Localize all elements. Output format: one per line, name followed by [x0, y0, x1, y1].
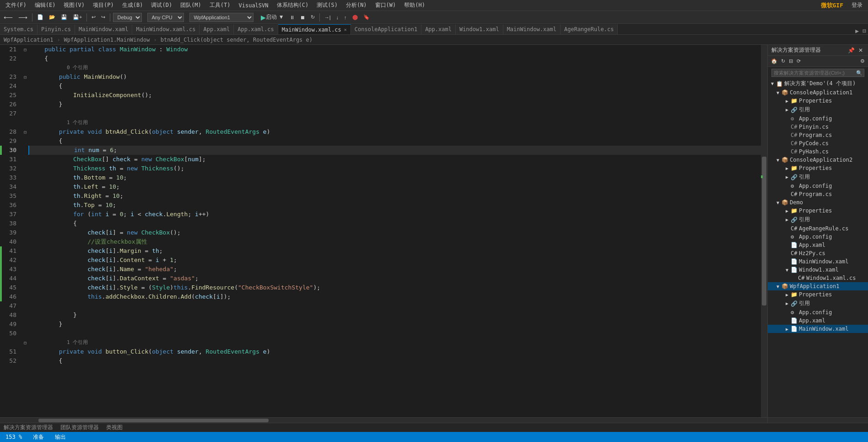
tree-demo-properties[interactable]: ▶ 📁 Properties: [768, 207, 868, 215]
menu-help[interactable]: 帮助(H): [400, 0, 429, 10]
code-line-30[interactable]: int num = 6;: [28, 146, 761, 155]
tab-pinyin-cs[interactable]: Pinyin.cs: [38, 24, 75, 34]
tree-wpf-ref[interactable]: ▶ 🔗 引用: [768, 299, 868, 308]
user-login[interactable]: 登录: [848, 0, 866, 10]
sb-sync-btn[interactable]: ↻: [780, 58, 787, 65]
toolbar-back-btn[interactable]: ⟵: [2, 13, 15, 22]
tree-ca2-program[interactable]: C# Program.cs: [768, 190, 868, 198]
tab-close-icon[interactable]: ✕: [344, 27, 347, 32]
tree-consoleapp1[interactable]: ▼ 📦 ConsoleApplication1: [768, 88, 868, 97]
tree-demo-window1cs[interactable]: C# Window1.xaml.cs: [768, 274, 868, 282]
vertical-scrollbar[interactable]: [761, 45, 767, 417]
menu-debug[interactable]: 调试(D): [147, 0, 176, 10]
tree-demo-agerange[interactable]: C# AgeRangeRule.cs: [768, 224, 868, 233]
scrollbar-thumb[interactable]: [762, 157, 766, 306]
stop-btn[interactable]: ⏹: [298, 14, 307, 21]
menu-team[interactable]: 团队(M): [177, 0, 205, 10]
breadcrumb-method[interactable]: btnAdd_Click(object sender, RoutedEventA…: [161, 37, 313, 43]
tab-mainwindow-xaml[interactable]: MainWindow.xaml: [75, 24, 132, 34]
tree-demo-appxaml[interactable]: 📄 App.xaml: [768, 241, 868, 249]
run-button[interactable]: ▶ 启动 ▼: [259, 12, 286, 22]
tree-wpfapp1[interactable]: ▼ 📦 WpfApplication1: [768, 282, 868, 290]
tree-ca2-ref[interactable]: ▶ 🔗 引用: [768, 172, 868, 182]
tree-ca1-pycode[interactable]: C# PyCode.cs: [768, 139, 868, 147]
tab-mainwindow-xaml-2[interactable]: MainWindow.xaml: [503, 24, 561, 34]
collapse-23[interactable]: ⊟: [22, 72, 28, 82]
tab-app-xaml-2[interactable]: App.xaml: [421, 24, 456, 34]
project-dropdown[interactable]: WpfApplication1: [189, 13, 253, 22]
toolbar-redo-btn[interactable]: ↪: [99, 13, 107, 21]
tree-wpf-appconfig[interactable]: ⚙ App.config: [768, 308, 868, 316]
code-lines-area[interactable]: public partial class MainWindow : Window…: [28, 45, 761, 417]
tree-ca2-properties[interactable]: ▶ 📁 Properties: [768, 164, 868, 172]
sb-settings-btn[interactable]: ⚙: [859, 58, 866, 65]
sidebar-pin-btn[interactable]: 📌: [846, 47, 856, 54]
tab-system-cs[interactable]: System.cs: [0, 24, 38, 34]
tab-app-xaml[interactable]: App.xaml: [199, 24, 234, 34]
breadcrumb-project[interactable]: WpfApplication1: [4, 37, 53, 43]
step-over-btn[interactable]: →|: [323, 14, 333, 21]
toolbar-undo-btn[interactable]: ↩: [90, 13, 97, 21]
cpu-dropdown[interactable]: Any CPU: [147, 13, 184, 22]
tree-wpf-appxaml[interactable]: 📄 App.xaml: [768, 316, 868, 325]
horizontal-scrollbar[interactable]: [0, 417, 767, 423]
tree-demo-appconfig[interactable]: ⚙ App.config: [768, 233, 868, 241]
tab-consoleapp1[interactable]: ConsoleApplication1: [351, 24, 421, 34]
menu-file[interactable]: 文件(F): [2, 0, 30, 10]
tree-ca1-pinyin[interactable]: C# Pinyin.cs: [768, 123, 868, 131]
tree-ca1-program[interactable]: C# Program.cs: [768, 131, 868, 139]
tree-solution[interactable]: ▼ 📋 解决方案'Demo'(4 个项目): [768, 79, 868, 88]
tree-ca1-appconfig[interactable]: ⚙ App.config: [768, 115, 868, 123]
collapse-28[interactable]: ⊟: [22, 127, 28, 136]
step-out-btn[interactable]: ↑: [342, 14, 349, 21]
menu-edit[interactable]: 编辑(E): [31, 0, 59, 10]
tab-mainwindow-xaml-cs-active[interactable]: MainWindow.xaml.cs ✕: [278, 24, 351, 34]
breadcrumb-namespace[interactable]: WpfApplication1.MainWindow: [64, 37, 150, 43]
menu-tools[interactable]: 工具(T): [206, 0, 234, 10]
sidebar-scrollbar[interactable]: [768, 417, 868, 423]
tab-mainwindow-xaml-cs-1[interactable]: MainWindow.xaml.cs: [132, 24, 199, 34]
status-zoom[interactable]: 153 %: [4, 434, 24, 440]
pause-btn[interactable]: ⏸: [288, 14, 297, 21]
tree-ca2-appconfig[interactable]: ⚙ App.config: [768, 182, 868, 190]
tree-consoleapp2[interactable]: ▼ 📦 ConsoleApplication2: [768, 156, 868, 164]
tab-panel-toggle[interactable]: ⊟: [861, 27, 868, 34]
sb-filter-btn[interactable]: ⊟: [787, 58, 794, 65]
breakpoint-btn[interactable]: ⬤: [350, 13, 360, 21]
debug-mode-dropdown[interactable]: Debug: [113, 13, 142, 22]
tab-app-xaml-cs[interactable]: App.xaml.cs: [234, 24, 278, 34]
hscroll-thumb[interactable]: [38, 419, 269, 422]
step-in-btn[interactable]: ↓: [334, 14, 341, 21]
menu-project[interactable]: 项目(P): [89, 0, 118, 10]
toolbar-open-btn[interactable]: 📂: [47, 13, 57, 21]
tree-demo-mainwindow[interactable]: 📄 MainWindow.xaml: [768, 257, 868, 266]
tab-window1-xaml[interactable]: Window1.xaml: [456, 24, 503, 34]
toolbar-new-btn[interactable]: 📄: [35, 13, 45, 21]
bookmark-btn[interactable]: 🔖: [361, 13, 372, 21]
menu-test[interactable]: 测试(S): [313, 0, 341, 10]
tab-scroll-right[interactable]: ▶: [853, 27, 861, 34]
restart-btn[interactable]: ↻: [309, 13, 317, 21]
sb-refresh-btn[interactable]: ⟳: [795, 58, 802, 65]
sb-home-btn[interactable]: 🏠: [770, 58, 779, 65]
toolbar-save-btn[interactable]: 💾: [59, 13, 69, 21]
tree-demo-ref[interactable]: ▶ 🔗 引用: [768, 215, 868, 224]
tree-demo[interactable]: ▼ 📦 Demo: [768, 198, 868, 207]
tree-wpf-properties[interactable]: ▶ 📁 Properties: [768, 290, 868, 299]
tree-demo-hz2py[interactable]: C# Hz2Py.cs: [768, 249, 868, 257]
menu-window[interactable]: 窗口(W): [372, 0, 400, 10]
sidebar-search-input[interactable]: [771, 69, 864, 77]
menu-analyze[interactable]: 分析(N): [342, 0, 371, 10]
tree-wpf-mainwindow[interactable]: ▶ 📄 MainWindow.xaml: [768, 325, 868, 333]
tree-ca1-ref[interactable]: ▶ 🔗 引用: [768, 105, 868, 115]
tree-content[interactable]: ▼ 📋 解决方案'Demo'(4 个项目) ▼ 📦 ConsoleApplica…: [768, 79, 868, 417]
collapse-21[interactable]: ⊟: [22, 45, 28, 54]
sidebar-close-btn[interactable]: ✕: [857, 47, 864, 54]
bottom-tab-team[interactable]: 团队资源管理器: [60, 424, 99, 431]
menu-svn[interactable]: VisualSVN: [235, 1, 272, 10]
tree-demo-window1[interactable]: ▼ 📄 Window1.xaml: [768, 266, 868, 274]
toolbar-saveall-btn[interactable]: 💾+: [71, 13, 84, 21]
menu-arch[interactable]: 体系结构(C): [273, 0, 313, 10]
collapse-51[interactable]: ⊟: [22, 338, 28, 347]
tab-agerangerule-cs[interactable]: AgeRangeRule.cs: [561, 24, 618, 34]
